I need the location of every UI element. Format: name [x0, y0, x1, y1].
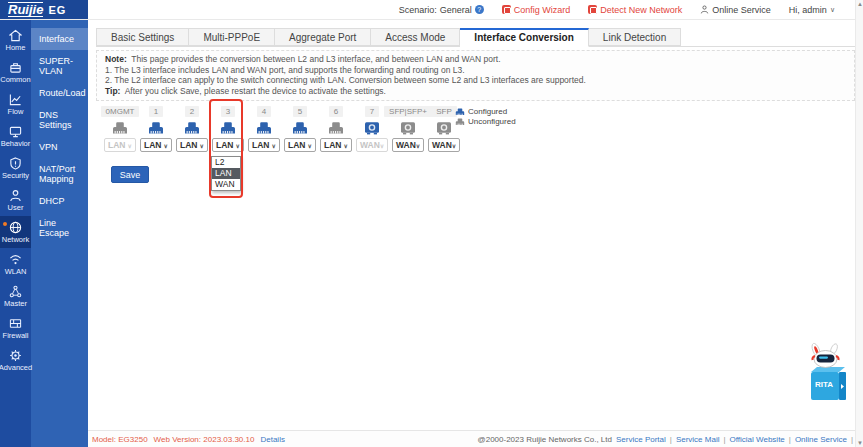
- chevron-down-icon: ∨: [272, 142, 276, 149]
- home-icon: [9, 29, 22, 42]
- submenu-item-line-escape[interactable]: Line Escape: [31, 212, 88, 244]
- legend-configured-label: Configured: [468, 107, 507, 116]
- submenu-item-vpn[interactable]: VPN: [31, 136, 88, 158]
- sidebar-item-wlan[interactable]: WLAN: [0, 248, 31, 280]
- submenu-item-interface[interactable]: Interface: [31, 28, 88, 50]
- submenu-item-dns-settings[interactable]: DNS Settings: [31, 104, 88, 136]
- note-box: Note: This page provides the conversion …: [96, 50, 855, 101]
- sidebar-item-user[interactable]: User: [0, 184, 31, 216]
- port-legend: Configured Unconfigured: [454, 107, 516, 126]
- tab-aggregate-port[interactable]: Aggregate Port: [275, 28, 371, 46]
- dropdown-option-l2[interactable]: L2: [212, 157, 240, 168]
- primary-sidebar: Home Common Flow Behavior Security User …: [0, 20, 31, 447]
- port-column-2: 2 LAN∨: [174, 106, 210, 152]
- globe-icon: [9, 221, 22, 234]
- submenu-item-super-vlan[interactable]: SUPER-VLAN: [31, 50, 88, 82]
- online-service-link[interactable]: Online Service: [795, 435, 847, 444]
- port-column-1: 1 LAN∨: [138, 106, 174, 152]
- port-label: 0MGMT: [101, 106, 140, 117]
- rita-assistant-widget[interactable]: RITA: [803, 340, 849, 404]
- rj45-port-icon-unconfigured: [326, 120, 346, 135]
- sidebar-item-firewall[interactable]: Firewall: [0, 312, 31, 344]
- save-button[interactable]: Save: [111, 166, 149, 183]
- monitor-icon: [9, 125, 22, 138]
- detect-new-network-button[interactable]: Detect New Network: [588, 5, 682, 15]
- service-portal-link[interactable]: Service Portal: [616, 435, 666, 444]
- chevron-down-icon: ∨: [830, 6, 835, 14]
- sidebar-item-advanced[interactable]: Advanced: [0, 344, 31, 376]
- web-version-info: Web Version: 2023.03.30.10: [154, 435, 255, 444]
- port-mode-select[interactable]: LAN∨: [140, 138, 172, 152]
- secondary-sidebar: Interface SUPER-VLAN Route/Load DNS Sett…: [31, 20, 88, 447]
- detect-network-label: Detect New Network: [600, 5, 682, 15]
- rita-mascot-icon: [803, 340, 849, 404]
- config-wizard-icon: [502, 5, 511, 14]
- shield-icon: [9, 157, 22, 170]
- person-icon: [700, 5, 709, 14]
- service-mail-link[interactable]: Service Mail: [676, 435, 720, 444]
- port-mode-select[interactable]: LAN∨: [284, 138, 316, 152]
- chevron-down-icon: ∨: [128, 142, 132, 149]
- top-header: Ruijie EG Scenario: General ? Config Wiz…: [0, 0, 863, 20]
- user-menu[interactable]: Hi, admin ∨: [789, 5, 835, 15]
- port-mode-select[interactable]: WAN∨: [428, 138, 460, 152]
- sfp-port-icon-unconfigured: [398, 120, 418, 135]
- sidebar-item-behavior[interactable]: Behavior: [0, 120, 31, 152]
- config-wizard-button[interactable]: Config Wizard: [502, 5, 571, 15]
- port-mode-select[interactable]: LAN∨: [176, 138, 208, 152]
- port-panel: 0MGMT LAN∨ 1 LAN∨ 2 LAN∨ 3: [96, 106, 855, 152]
- port-column-6: 6 LAN∨: [318, 106, 354, 152]
- sidebar-item-flow[interactable]: Flow: [0, 88, 31, 120]
- online-service-button[interactable]: Online Service: [700, 5, 771, 15]
- tip-text: After you click Save, please restart the…: [125, 86, 386, 96]
- port-column-4: 4 LAN∨: [246, 106, 282, 152]
- port-label: SFP|SFP+: [384, 106, 432, 117]
- port-mode-dropdown-list: L2 LAN WAN: [211, 156, 241, 191]
- rj45-port-icon-configured: [254, 120, 274, 135]
- sidebar-item-home[interactable]: Home: [0, 24, 31, 56]
- submenu-item-nat-port-mapping[interactable]: NAT/Port Mapping: [31, 158, 88, 190]
- dropdown-option-wan[interactable]: WAN: [212, 179, 240, 190]
- official-website-link[interactable]: Official Website: [730, 435, 785, 444]
- note-label: Note:: [105, 54, 127, 64]
- port-mode-select[interactable]: LAN∨: [320, 138, 352, 152]
- port-label: SFP: [431, 106, 457, 117]
- rita-label: RITA: [811, 380, 837, 389]
- sidebar-item-common[interactable]: Common: [0, 56, 31, 88]
- scroll-up-arrow-icon[interactable]: ▲: [856, 0, 863, 8]
- tab-basic-settings[interactable]: Basic Settings: [96, 28, 189, 46]
- unconfigured-port-icon: [454, 117, 466, 126]
- tab-link-detection[interactable]: Link Detection: [589, 28, 681, 46]
- sfp-port-icon-unconfigured: [434, 120, 454, 135]
- detect-network-icon: [588, 5, 597, 14]
- note-line-2: 2. The L2 interface can apply to the swi…: [105, 75, 846, 86]
- submenu-item-dhcp[interactable]: DHCP: [31, 190, 88, 212]
- chevron-down-icon: ∨: [236, 142, 240, 149]
- chevron-down-icon: ∨: [344, 142, 348, 149]
- submenu-item-route-load[interactable]: Route/Load: [31, 82, 88, 104]
- scenario-label: Scenario:: [399, 5, 437, 15]
- sidebar-item-master[interactable]: Master: [0, 280, 31, 312]
- port-mode-select: LAN∨: [104, 138, 136, 152]
- port-label: 7: [365, 106, 379, 117]
- tab-bar: Basic Settings Multi-PPPoE Aggregate Por…: [96, 28, 855, 47]
- port-column-sfp-sfp-plus: SFP|SFP+ WAN∨: [390, 106, 426, 152]
- chevron-down-icon: ∨: [416, 142, 420, 149]
- brand-logo: Ruijie EG: [0, 0, 88, 19]
- port-mode-select[interactable]: WAN∨: [392, 138, 424, 152]
- sidebar-item-network[interactable]: Network: [0, 216, 31, 248]
- details-link[interactable]: Details: [260, 435, 284, 444]
- config-wizard-label: Config Wizard: [514, 5, 571, 15]
- legend-unconfigured-label: Unconfigured: [468, 117, 516, 126]
- chevron-down-icon: ∨: [452, 142, 456, 149]
- dropdown-option-lan[interactable]: LAN: [212, 168, 240, 179]
- tab-multi-pppoe[interactable]: Multi-PPPoE: [189, 28, 275, 46]
- sidebar-item-security[interactable]: Security: [0, 152, 31, 184]
- tab-access-mode[interactable]: Access Mode: [371, 28, 460, 46]
- scroll-down-arrow-icon[interactable]: ▼: [856, 439, 863, 447]
- port-mode-select[interactable]: LAN∨: [248, 138, 280, 152]
- vertical-scrollbar[interactable]: ▲ ▼: [855, 0, 863, 447]
- tab-interface-conversion[interactable]: Interface Conversion: [460, 28, 588, 47]
- help-icon[interactable]: ?: [475, 5, 484, 14]
- port-mode-select-open[interactable]: LAN∨: [212, 138, 244, 152]
